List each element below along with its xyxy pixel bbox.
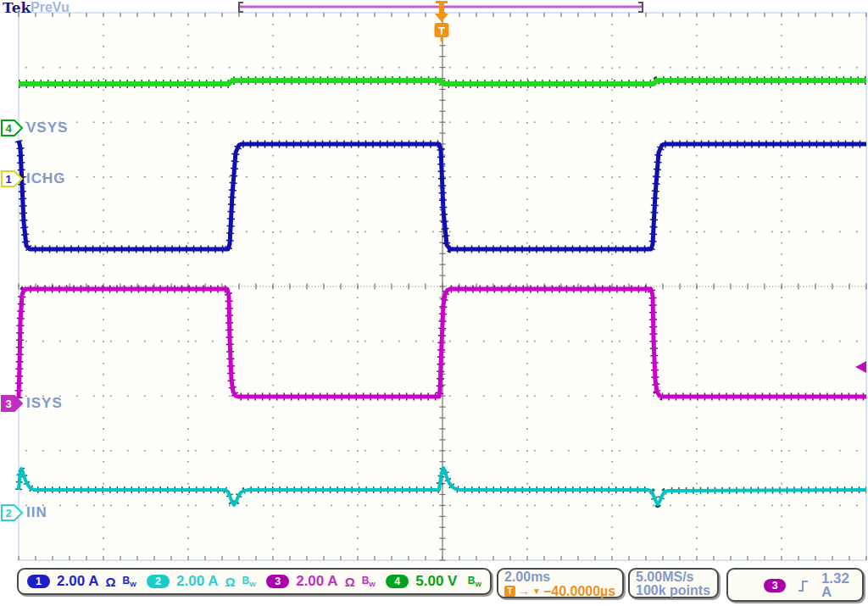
rising-edge-icon: [798, 580, 810, 592]
delay-value: −40.0000µs: [543, 584, 615, 598]
horizontal-readout-box[interactable]: 2.00ms T→▼−40.0000µs: [497, 568, 624, 598]
ch3-label: ISYS: [26, 395, 63, 412]
trigger-t-flag-letter: T: [438, 25, 445, 37]
arrow-right-icon: →: [518, 584, 530, 598]
ch1-scale: 2.00 A: [57, 573, 98, 590]
record-length-readout: 100k points: [636, 584, 717, 598]
timebase-readout: 2.00ms: [504, 570, 622, 584]
ch2-badge[interactable]: 2: [147, 575, 170, 588]
oscilloscope-screen: T4132 Tek PreVu VSYSICHGISYSIIN 1 2.00 A…: [0, 0, 868, 606]
trigger-source-badge: 3: [764, 579, 786, 592]
tek-logo: Tek: [3, 0, 31, 16]
trigger-t-icon: T: [504, 586, 515, 597]
ch4-badge[interactable]: 4: [386, 575, 409, 588]
ch1-bandwidth-icon: BW: [123, 575, 136, 588]
ch2-impedance: Ω: [225, 575, 236, 589]
expansion-point-stem[interactable]: [439, 3, 444, 14]
ch4-label: VSYS: [26, 120, 68, 136]
ch3-readout[interactable]: 3 2.00 A Ω BW: [266, 573, 376, 590]
ch2-bandwidth-icon: BW: [242, 575, 256, 588]
ch1-badge[interactable]: 1: [27, 575, 50, 588]
ch3-scale: 2.00 A: [296, 573, 337, 590]
scope-display: T4132: [0, 0, 868, 606]
ch2-scale: 2.00 A: [176, 573, 218, 590]
trigger-level-readout: 1.32 A: [821, 572, 862, 599]
ch3-marker-number: 3: [5, 398, 11, 410]
ch1-impedance: Ω: [105, 575, 115, 589]
ch1-label: ICHG: [26, 170, 66, 187]
acquisition-status: PreVu: [31, 0, 70, 15]
channel-readout-box: 1 2.00 A Ω BW 2 2.00 A Ω BW 3 2.00 A Ω B…: [17, 568, 492, 595]
sample-rate-readout: 5.00MS/s: [636, 570, 717, 584]
ch4-scale: 5.00 V: [415, 573, 457, 590]
ch3-badge[interactable]: 3: [266, 575, 289, 588]
ch3-impedance: Ω: [345, 575, 355, 589]
ch3-bandwidth-icon: BW: [362, 575, 376, 588]
ch2-label: IIN: [26, 504, 47, 521]
triangle-down-icon: ▼: [532, 584, 541, 598]
trigger-delay-readout: T→▼−40.0000µs: [504, 584, 622, 598]
ch4-readout[interactable]: 4 5.00 V: [386, 573, 457, 590]
ch1-marker-number: 1: [5, 173, 11, 186]
ch4-marker-number: 4: [5, 122, 12, 135]
ch2-readout[interactable]: 2 2.00 A Ω BW: [147, 573, 256, 590]
trigger-readout-box[interactable]: 3 1.32 A: [726, 568, 864, 602]
ch1-readout[interactable]: 1 2.00 A Ω BW: [27, 573, 136, 590]
acquisition-readout-box[interactable]: 5.00MS/s 100k points: [628, 568, 719, 598]
ch4-bandwidth-icon: BW: [468, 575, 481, 588]
ch2-marker-number: 2: [5, 507, 11, 520]
